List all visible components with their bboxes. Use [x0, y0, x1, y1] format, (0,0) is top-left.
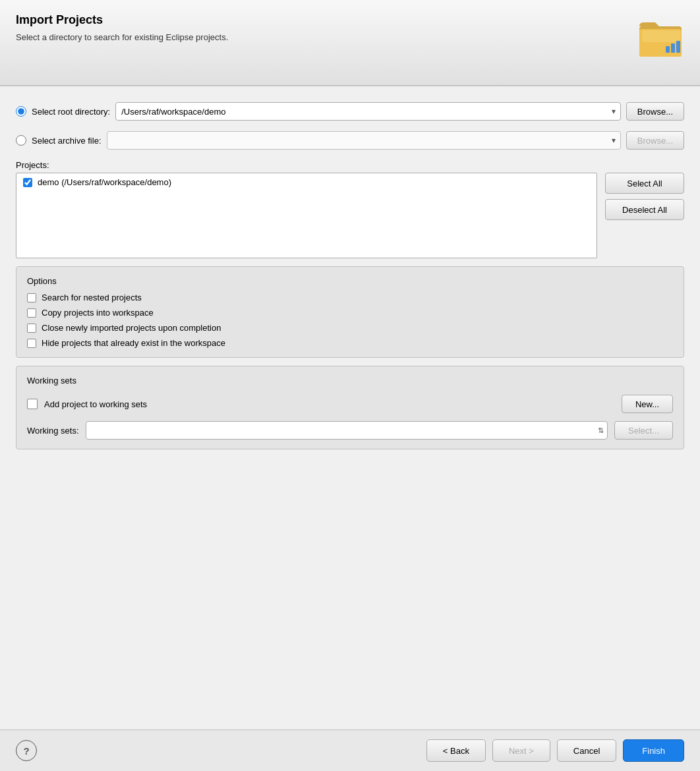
ws-add-label: Add project to working sets — [44, 399, 615, 409]
archive-file-label: Select archive file: — [32, 136, 102, 146]
root-directory-row: Select root directory: /Users/raf/worksp… — [16, 102, 684, 121]
archive-file-select-wrap — [107, 131, 621, 150]
ws-add-checkbox[interactable] — [27, 399, 38, 409]
option-row-2: Close newly imported projects upon compl… — [27, 323, 673, 333]
svg-rect-2 — [642, 30, 680, 42]
ws-sets-input-wrap — [86, 421, 608, 440]
root-directory-browse-button[interactable]: Browse... — [626, 102, 684, 121]
root-directory-radio[interactable] — [16, 106, 26, 117]
dialog-header: Import Projects Select a directory to se… — [0, 0, 700, 86]
option-checkbox-3[interactable] — [27, 339, 36, 348]
ws-new-button[interactable]: New... — [622, 395, 673, 413]
working-sets-section: Working sets Add project to working sets… — [16, 366, 684, 449]
main-spacer — [16, 457, 684, 716]
archive-file-row: Select archive file: Browse... — [16, 131, 684, 150]
option-checkbox-2[interactable] — [27, 324, 36, 333]
option-label-3: Hide projects that already exist in the … — [42, 338, 225, 348]
options-section: Options Search for nested projects Copy … — [16, 266, 684, 358]
archive-file-browse-button[interactable]: Browse... — [626, 131, 684, 150]
ws-sets-dropdown[interactable] — [86, 421, 608, 440]
dialog-subtitle: Select a directory to search for existin… — [16, 32, 637, 42]
option-row-3: Hide projects that already exist in the … — [27, 338, 673, 348]
projects-row: demo (/Users/raf/workspace/demo) Select … — [16, 173, 684, 258]
ws-select-button[interactable]: Select... — [614, 421, 673, 440]
projects-buttons: Select All Deselect All — [605, 173, 684, 220]
svg-rect-5 — [676, 41, 680, 53]
import-projects-dialog: Import Projects Select a directory to se… — [0, 0, 700, 771]
select-all-button[interactable]: Select All — [605, 173, 684, 194]
option-row-1: Copy projects into workspace — [27, 308, 673, 318]
options-title: Options — [27, 276, 673, 286]
project-item-label: demo (/Users/raf/workspace/demo) — [38, 177, 171, 187]
deselect-all-button[interactable]: Deselect All — [605, 199, 684, 220]
ws-add-row: Add project to working sets New... — [27, 395, 673, 413]
option-checkbox-0[interactable] — [27, 293, 36, 302]
root-directory-label: Select root directory: — [32, 107, 110, 117]
dialog-footer: ? < Back Next > Cancel Finish — [0, 729, 700, 771]
help-button[interactable]: ? — [16, 740, 37, 761]
folder-icon — [637, 13, 684, 61]
root-directory-select-wrap: /Users/raf/workspace/demo — [115, 102, 621, 121]
cancel-button[interactable]: Cancel — [557, 739, 616, 762]
project-checkbox[interactable] — [23, 178, 32, 187]
ws-sets-label: Working sets: — [27, 426, 79, 436]
finish-button[interactable]: Finish — [623, 739, 684, 762]
list-item[interactable]: demo (/Users/raf/workspace/demo) — [16, 173, 597, 191]
projects-section: Projects: demo (/Users/raf/workspace/dem… — [16, 160, 684, 258]
option-row-0: Search for nested projects — [27, 293, 673, 302]
option-label-0: Search for nested projects — [42, 293, 142, 302]
dialog-title: Import Projects — [16, 13, 637, 27]
working-sets-title: Working sets — [27, 376, 673, 386]
archive-file-radio[interactable] — [16, 135, 26, 146]
main-content: Select root directory: /Users/raf/worksp… — [0, 89, 700, 729]
option-checkbox-1[interactable] — [27, 308, 36, 318]
root-directory-dropdown[interactable]: /Users/raf/workspace/demo — [115, 102, 621, 121]
svg-rect-3 — [666, 46, 670, 53]
back-button[interactable]: < Back — [426, 739, 486, 762]
projects-list[interactable]: demo (/Users/raf/workspace/demo) — [16, 173, 597, 258]
ws-sets-row: Working sets: Select... — [27, 421, 673, 440]
option-label-1: Copy projects into workspace — [42, 308, 154, 318]
next-button[interactable]: Next > — [492, 739, 550, 762]
header-separator — [0, 86, 700, 86]
projects-label: Projects: — [16, 160, 684, 170]
svg-rect-4 — [671, 43, 675, 53]
option-label-2: Close newly imported projects upon compl… — [42, 323, 221, 333]
header-text: Import Projects Select a directory to se… — [16, 13, 637, 42]
archive-file-dropdown[interactable] — [107, 131, 621, 150]
